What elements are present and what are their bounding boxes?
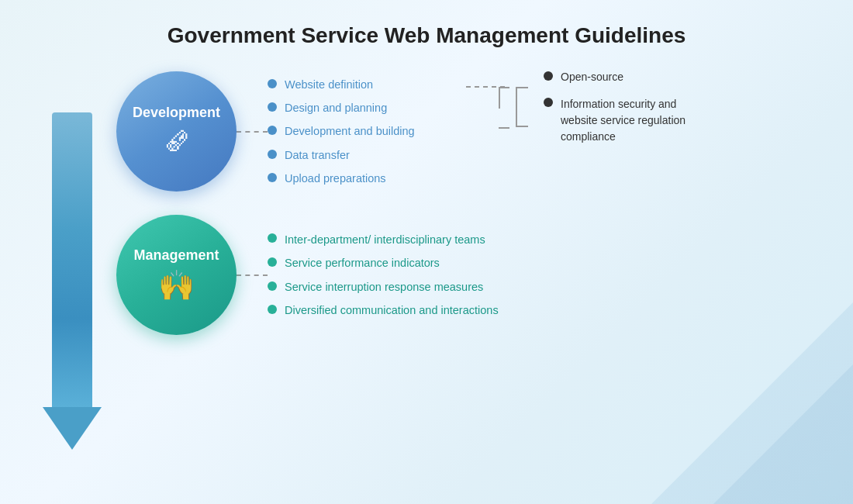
sub-bullet-text: Open-source bbox=[561, 69, 623, 85]
list-item: Website definition bbox=[268, 77, 454, 92]
management-label: Management bbox=[133, 247, 219, 264]
list-item: Design and planning bbox=[268, 100, 454, 116]
bullet-dot bbox=[268, 126, 277, 135]
development-bullet-list: Website definition Design and planning D… bbox=[268, 77, 454, 186]
direction-arrow bbox=[43, 112, 102, 450]
list-item: Inter-department/ interdisciplinary team… bbox=[268, 232, 499, 247]
list-item: Service interruption response measures bbox=[268, 279, 499, 295]
bullet-dot bbox=[268, 102, 277, 112]
sub-branch: Open-source Information security and web… bbox=[516, 69, 716, 145]
management-section: Management 🙌 Inter-department/ interdisc… bbox=[116, 215, 822, 335]
bullet-text-dev-building: Development and building bbox=[285, 123, 415, 139]
list-item: Development and building bbox=[268, 123, 454, 139]
bullet-text: Diversified communication and interactio… bbox=[285, 302, 499, 318]
bullet-dot bbox=[268, 173, 277, 182]
bullet-dot bbox=[268, 281, 277, 291]
bullet-text: Design and planning bbox=[285, 100, 387, 116]
bullet-dot bbox=[544, 98, 553, 107]
sub-connector bbox=[461, 86, 509, 129]
management-bullet-list: Inter-department/ interdisciplinary team… bbox=[268, 232, 499, 318]
mgmt-connector-line bbox=[237, 274, 268, 276]
bullet-text: Service interruption response measures bbox=[285, 279, 483, 295]
bullet-text: Inter-department/ interdisciplinary team… bbox=[285, 232, 485, 247]
sub-bullet-text: Information security and website service… bbox=[561, 96, 716, 145]
bullet-dot bbox=[268, 305, 277, 314]
development-circle: Development 🗞 bbox=[116, 71, 237, 192]
bullet-text: Website definition bbox=[285, 77, 373, 92]
bullet-text: Upload preparations bbox=[285, 171, 386, 186]
management-circle: Management 🙌 bbox=[116, 215, 237, 335]
bullet-dot bbox=[268, 150, 277, 159]
list-item: Upload preparations bbox=[268, 171, 454, 186]
list-item: Open-source bbox=[544, 69, 716, 85]
development-icon: 🗞 bbox=[163, 126, 191, 158]
bullet-dot bbox=[544, 71, 553, 81]
bullet-dot bbox=[268, 233, 277, 243]
list-item: Information security and website service… bbox=[544, 96, 716, 145]
bullet-dot bbox=[268, 257, 277, 267]
list-item: Data transfer bbox=[268, 147, 454, 163]
bullet-text: Data transfer bbox=[285, 147, 350, 163]
page-title: Government Service Web Management Guidel… bbox=[31, 23, 822, 48]
development-section: Development 🗞 Website definition Design bbox=[116, 71, 822, 192]
bullet-dot bbox=[268, 79, 277, 88]
list-item: Diversified communication and interactio… bbox=[268, 302, 499, 318]
dev-connector-line bbox=[237, 131, 268, 133]
list-item: Service performance indicators bbox=[268, 255, 499, 271]
bullet-text-spi: Service performance indicators bbox=[285, 255, 440, 271]
management-icon: 🙌 bbox=[158, 268, 195, 302]
development-label: Development bbox=[133, 105, 220, 121]
dev-sub-list: Open-source Information security and web… bbox=[544, 69, 716, 145]
